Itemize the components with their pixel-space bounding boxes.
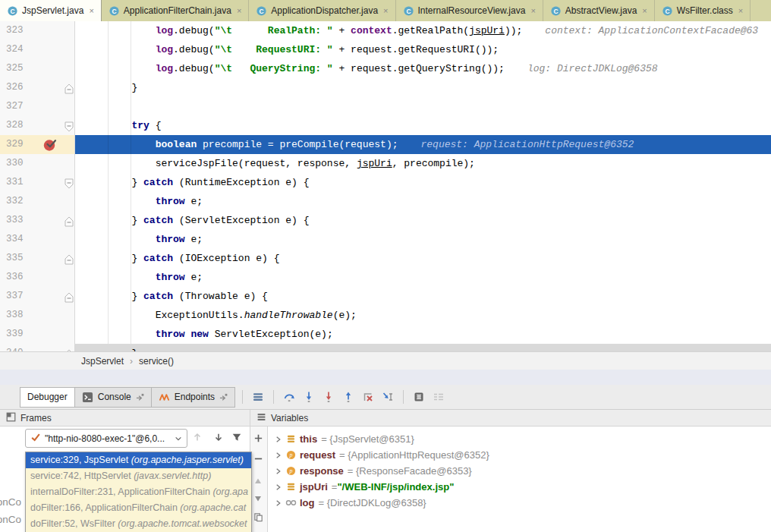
editor-tab[interactable]: CJspServlet.java× (0, 0, 102, 21)
stack-frame-row[interactable]: doFilter:166, ApplicationFilterChain (or… (26, 500, 251, 516)
svg-text:p: p (288, 467, 292, 474)
splitter[interactable] (0, 370, 771, 386)
variable-row[interactable]: presponse= {ResponseFacade@6353} (269, 463, 771, 479)
code-line: 330 serviceJspFile(request, response, js… (0, 154, 771, 173)
editor-tab[interactable]: CApplicationDispatcher.java× (249, 0, 395, 21)
close-tab-icon[interactable]: × (383, 6, 388, 15)
tree-chevron-icon[interactable] (272, 483, 284, 491)
frames-icon (6, 412, 16, 424)
tree-chevron-icon[interactable] (272, 452, 284, 459)
line-number: 333 (6, 211, 24, 230)
step-into-icon[interactable] (303, 391, 315, 403)
close-tab-icon[interactable]: × (642, 6, 647, 15)
gutter: 332 (0, 192, 75, 211)
line-number: 337 (6, 287, 24, 306)
debug-tab-debugger[interactable]: Debugger (20, 387, 75, 408)
variable-value: = {ResponseFacade@6353} (348, 465, 472, 477)
oo-icon (284, 499, 297, 507)
debug-tab-label: Console (98, 392, 131, 402)
variable-row[interactable]: prequest= {ApplicationHttpRequest@6352} (269, 447, 771, 463)
breadcrumb: JspServlet › service() (0, 351, 771, 370)
code-line: 334 throw e; (0, 230, 771, 249)
gutter: 328 (0, 116, 75, 135)
frame-text: internalDoFilter:231, ApplicationFilterC… (30, 486, 212, 497)
force-step-into-icon[interactable] (323, 391, 335, 403)
variable-row[interactable]: this= {JspServlet@6351} (269, 431, 771, 447)
line-number: 331 (6, 173, 24, 192)
variables-title: Variables (271, 413, 308, 423)
editor-tab[interactable]: CInternalResourceView.java× (396, 0, 543, 21)
code-editor[interactable]: 323 log.debug("\t RealPath: " + context.… (0, 21, 771, 351)
stack-frame-row[interactable]: internalDoFilter:231, ApplicationFilterC… (26, 484, 251, 500)
code-line: 323 log.debug("\t RealPath: " + context.… (0, 21, 771, 40)
code-line: 340 } (0, 344, 771, 351)
run-to-cursor-icon[interactable] (382, 391, 394, 403)
variable-row[interactable]: jspUri= "/WEB-INF/jsp/index.jsp" (269, 479, 771, 495)
move-watch-down-button[interactable] (253, 493, 264, 503)
drop-frame-icon[interactable] (362, 391, 374, 403)
frame-package: (javax.servlet.http) (134, 471, 211, 481)
debug-tab-console[interactable]: Console (74, 387, 152, 408)
close-tab-icon[interactable]: × (89, 6, 93, 15)
filter-frames-button[interactable] (231, 432, 244, 444)
editor-tab[interactable]: CWsFilter.class× (655, 0, 751, 21)
restore-layout-icon[interactable] (433, 391, 445, 403)
stack-frame-row[interactable]: service:329, JspServlet (org.apache.jasp… (26, 452, 251, 468)
field-icon (284, 434, 297, 444)
float-window-icon[interactable] (136, 393, 144, 401)
frame-up-button[interactable] (192, 432, 204, 444)
breadcrumb-class[interactable]: JspServlet (81, 356, 124, 367)
code-text: log.debug("\t RealPath: " + context.getR… (75, 21, 771, 40)
variable-row[interactable]: log= {DirectJDKLog@6358} (269, 495, 771, 511)
code-line: 333 } catch (ServletException e) { (0, 211, 771, 230)
line-number: 324 (6, 40, 24, 59)
code-line: 328 try { (0, 116, 771, 135)
code-text: serviceJspFile(request, response, jspUri… (75, 154, 771, 173)
remove-watch-button[interactable] (253, 453, 264, 464)
close-tab-icon[interactable]: × (237, 6, 241, 15)
float-window-icon[interactable] (219, 393, 228, 401)
breadcrumb-method[interactable]: service() (139, 356, 174, 367)
gutter: 329 (0, 135, 75, 154)
variable-value: = {DirectJDKLog@6358} (319, 497, 426, 508)
gutter: 339 (0, 325, 75, 344)
gutter: 337 (0, 287, 75, 306)
debug-tab-endpoints[interactable]: Endpoints (151, 387, 235, 408)
line-number: 335 (6, 249, 24, 268)
evaluate-expression-icon[interactable] (413, 391, 425, 403)
editor-tab-label: AbstractView.java (565, 5, 637, 16)
code-text (75, 97, 771, 116)
menu-icon[interactable] (252, 391, 264, 403)
thread-selector[interactable]: "http-nio-8080-exec-1"@6,0... (25, 429, 187, 448)
variable-value: = {ApplicationHttpRequest@6352} (339, 449, 489, 461)
close-tab-icon[interactable]: × (738, 6, 743, 15)
class-icon: C (550, 5, 562, 17)
gutter: 325 (0, 59, 75, 78)
debug-panel-body: "http-nio-8080-exec-1"@6,0... service:32… (0, 427, 771, 532)
stack-frame-row[interactable]: service:742, HttpServlet (javax.servlet.… (26, 468, 251, 484)
variables-tree: this= {JspServlet@6351}prequest= {Applic… (269, 427, 771, 532)
tree-chevron-icon[interactable] (272, 499, 284, 507)
duplicate-watch-button[interactable] (253, 512, 264, 522)
gutter: 340 (0, 344, 75, 351)
move-watch-up-button[interactable] (253, 475, 264, 486)
tree-chevron-icon[interactable] (272, 467, 284, 475)
editor-tab[interactable]: CAbstractView.java× (543, 0, 655, 21)
frame-package: (org.apache.cat (180, 502, 246, 513)
gutter: 331 (0, 173, 75, 192)
debugger-inline-hint: context: ApplicationContextFacade@63 (545, 25, 758, 36)
gutter: 338 (0, 306, 75, 325)
close-tab-icon[interactable]: × (530, 6, 535, 15)
parameter-icon: p (284, 466, 297, 476)
stack-frame-row[interactable]: doFilter:52, WsFilter (org.apache.tomcat… (26, 516, 251, 532)
step-out-icon[interactable] (342, 391, 354, 403)
add-watch-button[interactable] (253, 433, 264, 443)
tree-chevron-icon[interactable] (272, 436, 284, 443)
step-over-icon[interactable] (283, 391, 295, 403)
code-text: throw e; (75, 230, 771, 249)
thread-suspended-check-icon (30, 432, 41, 445)
variables-panel-header: Variables (250, 410, 771, 427)
frame-down-button[interactable] (213, 432, 225, 444)
editor-tab[interactable]: CApplicationFilterChain.java× (102, 0, 250, 21)
frames-panel: "http-nio-8080-exec-1"@6,0... service:32… (0, 427, 250, 532)
